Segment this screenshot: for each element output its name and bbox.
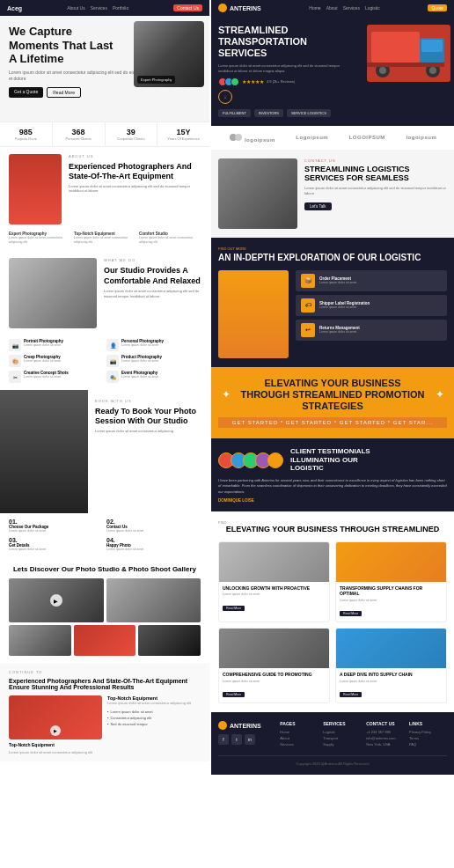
- stat-projects-num: 985: [2, 128, 50, 136]
- equip-play-icon[interactable]: ▶: [50, 725, 61, 736]
- facebook-icon[interactable]: f: [218, 734, 229, 745]
- right-nav-cta[interactable]: Quote: [428, 4, 447, 11]
- footer-page-0[interactable]: Home: [280, 730, 318, 734]
- footer-page-1[interactable]: About: [280, 736, 318, 740]
- equip-list-0: Lorem ipsum dolor sit amet: [107, 710, 201, 714]
- testimonial-author: DOMINIQUE LOISE: [218, 498, 447, 503]
- photographers-sub: Lorem ipsum dolor sit amet consectetur a…: [69, 184, 201, 194]
- right-nav-logistic[interactable]: Logistic: [365, 5, 380, 11]
- stat-corporate-label: Corporate Clients: [107, 136, 156, 141]
- right-nav-home[interactable]: Home: [309, 5, 320, 11]
- left-nav: Aceg About Us Services Portfolio Contact…: [0, 0, 209, 16]
- elevate-card-img-0: [219, 542, 329, 582]
- depth-text: AN IN-DEPTH EXPLORATION OF OUR LOGISTIC: [218, 253, 447, 263]
- footer-contact-2: New York, USA: [366, 742, 404, 747]
- gallery-section: Lets Discover Our Photo Studio & Photo S…: [0, 558, 209, 663]
- studio-image: [9, 258, 97, 328]
- right-hero: STREAMLINED TraNSPORTATION services Lore…: [211, 16, 454, 126]
- footer-page-2[interactable]: Services: [280, 742, 318, 747]
- elevate-card-btn-1[interactable]: Read More: [340, 611, 362, 616]
- step-num-3: 04.: [106, 537, 201, 543]
- service-item-2: 🎨 Creep Photography Lorem ipsum dolor si…: [9, 355, 103, 367]
- footer-service-0[interactable]: Logistic: [323, 730, 361, 734]
- streamline-btn[interactable]: Let's Talk: [304, 202, 332, 210]
- elevate-card-btn-0[interactable]: Read More: [223, 606, 245, 611]
- equipment-grid: Expert Photography Lorem ipsum dolor sit…: [0, 232, 209, 251]
- stat-corporate-num: 39: [107, 128, 156, 136]
- footer-link-2[interactable]: FAQ: [409, 742, 447, 747]
- read-more-button[interactable]: Read More: [47, 87, 81, 98]
- equip-list-2: Sed do eiusmod tempor: [107, 722, 201, 726]
- right-nav-about[interactable]: About: [326, 5, 338, 11]
- footer-services-title: SERVICES: [323, 721, 361, 726]
- footer-links-title: LINKS: [409, 721, 447, 726]
- studio-label: What We Do: [104, 258, 201, 262]
- depth-image: [218, 270, 289, 358]
- footer-contact-1: info@anterins.com: [366, 736, 404, 740]
- hero-arrow-icon[interactable]: ↓: [218, 90, 232, 104]
- elevate-card-img-3: [336, 629, 446, 668]
- step-num-0: 01.: [9, 519, 103, 525]
- footer-contact-0: +1 234 567 890: [366, 730, 404, 734]
- footer-brand: ANTERINS f t in: [218, 721, 275, 748]
- studio-sub: Lorem ipsum dolor sit amet consectetur a…: [104, 289, 201, 298]
- elevate-card-sub-3: Lorem ipsum dolor sit amet: [340, 680, 443, 684]
- booking-image: [0, 390, 88, 513]
- get-quote-button[interactable]: Get a Quote: [9, 87, 43, 98]
- right-nav-links: Home About Services Logistic: [309, 5, 380, 11]
- service-sub-1: Lorem ipsum dolor sit amet: [121, 343, 164, 348]
- step-sub-3: Lorem ipsum dolor sit amet: [106, 548, 201, 552]
- nav-about[interactable]: About Us: [67, 5, 85, 11]
- equip-item-1: Top-Notch Equipment Lorem ipsum dolor si…: [74, 232, 135, 244]
- footer-social: f t in: [218, 734, 275, 745]
- nav-portfolio[interactable]: Portfolio: [113, 5, 128, 11]
- footer-top: ANTERINS f t in PAGES Home About Service…: [218, 721, 447, 748]
- elevate-card-btn-2[interactable]: Read More: [223, 692, 245, 697]
- gallery-xs-0: [9, 625, 71, 656]
- streamline-sub: Lorem ipsum dolor sit amet consectetur a…: [304, 186, 447, 195]
- hero-ratings: ★★★★★ 4.9 (2k+ Reviews): [218, 77, 344, 86]
- footer-service-1[interactable]: Transport: [323, 736, 361, 740]
- studio-text: What We Do Our Studio Provides A Comfort…: [104, 258, 201, 328]
- twitter-icon[interactable]: t: [231, 734, 242, 745]
- logo-icon-0: [229, 133, 243, 142]
- equip-list: Lorem ipsum dolor sit amet Consectetur a…: [107, 710, 201, 726]
- creep-icon: 🎨: [9, 355, 21, 367]
- depth-content: 📦 Order Placement Lorem ipsum dolor sit …: [218, 270, 447, 358]
- product-icon: 📸: [106, 355, 119, 367]
- depth-title: AN IN-DEPTH EXPLORATION OF OUR LOGISTIC: [218, 253, 447, 263]
- elevate-card-sub-0: Lorem ipsum dolor sit amet: [223, 592, 326, 597]
- nav-services[interactable]: Services: [91, 5, 107, 11]
- hero-tag-1: INVESTORS: [254, 109, 283, 117]
- testimonial-quote: I have been partnering with Anterins for…: [218, 478, 447, 495]
- promo-header: ✦ ELEVATING YOUR BUSINESS THROUGH STREAM…: [218, 378, 447, 413]
- equip-bottom-title: Top-Notch Equipment: [9, 742, 102, 747]
- testimonials-avatars: [218, 452, 283, 468]
- elevate-card-btn-3[interactable]: Read More: [340, 692, 362, 697]
- gallery-title: Lets Discover Our Photo Studio & Photo S…: [9, 565, 201, 573]
- test-avatar-4: [267, 452, 283, 468]
- svg-point-5: [379, 67, 386, 74]
- footer-service-2[interactable]: Supply: [323, 742, 361, 747]
- depth-step-sub-1: Lorem ipsum dolor sit amet: [319, 305, 370, 309]
- stat-corporate: 39 Corporate Clients: [106, 122, 158, 146]
- booking-title: Ready To Book Your Photo Session With Ou…: [95, 407, 202, 426]
- service-sub-5: Lorem ipsum dolor sit amet: [121, 375, 158, 379]
- gallery-play-button[interactable]: ▶: [50, 594, 62, 607]
- shipper-icon: 🏷: [301, 298, 315, 313]
- equip-item-2: Comfort Studio Lorem ipsum dolor sit ame…: [139, 232, 201, 244]
- footer-link-1[interactable]: Terms: [409, 736, 447, 740]
- depth-steps: 📦 Order Placement Lorem ipsum dolor sit …: [296, 270, 447, 358]
- right-nav: ANTERINS Home About Services Logistic Qu…: [211, 0, 454, 16]
- right-logo: ANTERINS: [218, 4, 261, 12]
- promo-ticker: GET STARTED * GET STARTED * GET STARTED …: [218, 417, 447, 428]
- right-nav-services[interactable]: Services: [343, 5, 360, 11]
- creative-icon: ✂: [9, 371, 21, 383]
- instagram-icon[interactable]: in: [245, 734, 255, 745]
- photographers-label: About Us: [69, 154, 201, 158]
- left-nav-cta[interactable]: Contact Us: [173, 4, 202, 11]
- step-2: 03. Get Details Lorem ipsum dolor sit am…: [9, 537, 103, 552]
- footer-logo-text: ANTERINS: [230, 723, 261, 729]
- footer-link-0[interactable]: Privacy Policy: [409, 730, 447, 734]
- elevate-card-title-0: UNLOCKING GROWTH WITH PROACTIVE: [223, 585, 326, 592]
